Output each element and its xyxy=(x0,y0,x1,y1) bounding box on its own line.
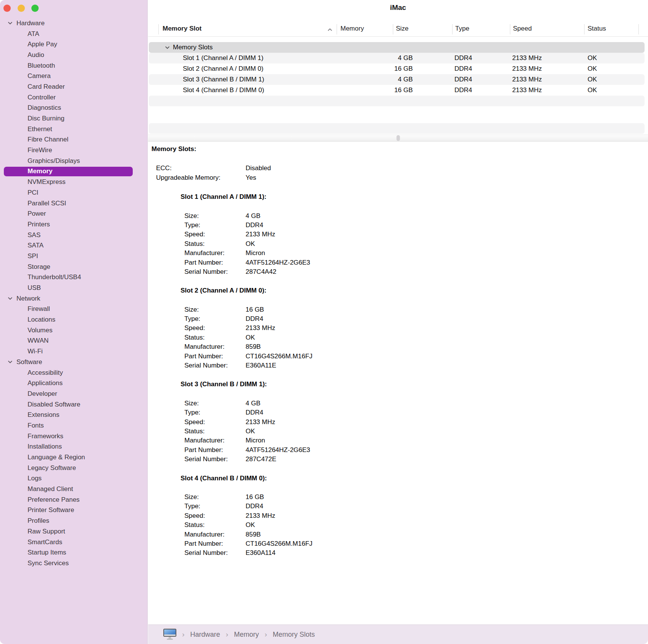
detail-row: Serial Number:E360A11E xyxy=(148,361,648,370)
table-row-empty xyxy=(149,123,645,134)
sidebar-item-usb[interactable]: USB xyxy=(0,283,147,293)
sidebar-item-printer-software[interactable]: Printer Software xyxy=(0,505,147,516)
table-row-slot-1[interactable]: Slot 1 (Channel A / DIMM 1) 4 GB DDR4 21… xyxy=(149,53,645,63)
sidebar-item-pci[interactable]: PCI xyxy=(0,187,147,198)
sidebar-item-storage[interactable]: Storage xyxy=(0,262,147,272)
zoom-button[interactable] xyxy=(31,5,39,12)
sidebar-item-sync-services[interactable]: Sync Services xyxy=(0,558,147,569)
sidebar-item-raw-support[interactable]: Raw Support xyxy=(0,526,147,537)
sidebar-item-thunderbolt-usb4[interactable]: Thunderbolt/USB4 xyxy=(0,272,147,283)
sidebar-item-spi[interactable]: SPI xyxy=(0,251,147,262)
sidebar-item-wwan[interactable]: WWAN xyxy=(0,336,147,346)
sidebar-item-frameworks[interactable]: Frameworks xyxy=(0,431,147,442)
detail-row: Manufacturer:Micron xyxy=(148,249,648,258)
sidebar-item-nvmexpress[interactable]: NVMExpress xyxy=(0,177,147,187)
detail-row: Speed:2133 MHz xyxy=(148,511,648,520)
table-header: Memory Slot Memory Size Type Speed Statu… xyxy=(148,22,648,37)
sidebar-item-applications[interactable]: Applications xyxy=(0,378,147,389)
sidebar-item-language-region[interactable]: Language & Region xyxy=(0,452,147,463)
column-header-status[interactable]: Status xyxy=(588,25,606,33)
slot-2-heading: Slot 2 (Channel A / DIMM 0): xyxy=(181,286,266,295)
sidebar-item-firewall[interactable]: Firewall xyxy=(0,304,147,315)
sidebar-item-printers[interactable]: Printers xyxy=(0,219,147,230)
sidebar-item-bluetooth[interactable]: Bluetooth xyxy=(0,60,147,71)
detail-row: Size:4 GB xyxy=(148,211,648,221)
sidebar-item-card-reader[interactable]: Card Reader xyxy=(0,81,147,92)
sidebar-item-audio[interactable]: Audio xyxy=(0,50,147,60)
sidebar-item-developer[interactable]: Developer xyxy=(0,389,147,399)
sidebar-item-graphics-displays[interactable]: Graphics/Displays xyxy=(0,156,147,166)
sidebar-item-ata[interactable]: ATA xyxy=(0,29,147,39)
column-header-type[interactable]: Type xyxy=(455,25,469,33)
column-header-memory-slot[interactable]: Memory Slot xyxy=(163,25,202,33)
close-button[interactable] xyxy=(3,5,11,12)
sidebar-item-logs[interactable]: Logs xyxy=(0,473,147,484)
detail-row: Type:DDR4 xyxy=(148,502,648,511)
splitter-handle[interactable] xyxy=(396,135,400,141)
chevron-down-icon[interactable] xyxy=(164,45,170,50)
detail-row: Type:DDR4 xyxy=(148,221,648,230)
sidebar-item-sata[interactable]: SATA xyxy=(0,240,147,251)
detail-row: Size:16 GB xyxy=(148,493,648,502)
detail-row: Type:DDR4 xyxy=(148,314,648,324)
page-title: iMac xyxy=(148,3,648,12)
sidebar-item-firewire[interactable]: FireWire xyxy=(0,145,147,156)
detail-row: Upgradeable Memory:Yes xyxy=(148,173,648,182)
content-pane: iMac Memory Slot Memory Size Type Speed … xyxy=(148,0,648,644)
sidebar-item-preference-panes[interactable]: Preference Panes xyxy=(0,494,147,505)
detail-heading: Memory Slots: xyxy=(151,145,196,154)
sidebar-item-extensions[interactable]: Extensions xyxy=(0,410,147,420)
sidebar-item-power[interactable]: Power xyxy=(0,208,147,219)
column-header-size[interactable]: Size xyxy=(396,25,409,33)
column-header-speed[interactable]: Speed xyxy=(513,25,532,33)
detail-row: Speed:2133 MHz xyxy=(148,418,648,427)
minimize-button[interactable] xyxy=(18,5,25,12)
sidebar-item-installations[interactable]: Installations xyxy=(0,442,147,452)
sidebar-item-camera[interactable]: Camera xyxy=(0,71,147,81)
sidebar-section-hardware[interactable]: Hardware xyxy=(0,18,147,29)
chevron-down-icon[interactable] xyxy=(7,359,13,365)
sidebar-item-legacy-software[interactable]: Legacy Software xyxy=(0,463,147,473)
sidebar-item-fibre-channel[interactable]: Fibre Channel xyxy=(0,135,147,145)
sidebar-item-wifi[interactable]: Wi-Fi xyxy=(0,346,147,357)
detail-row: Status:OK xyxy=(148,333,648,342)
sidebar-item-fonts[interactable]: Fonts xyxy=(0,420,147,431)
window-controls xyxy=(3,5,39,12)
sidebar-item-parallel-scsi[interactable]: Parallel SCSI xyxy=(0,198,147,209)
sidebar-item-ethernet[interactable]: Ethernet xyxy=(0,124,147,135)
sidebar-item-disc-burning[interactable]: Disc Burning xyxy=(0,113,147,124)
sidebar-tree: Hardware ATA Apple Pay Audio Bluetooth C… xyxy=(0,18,147,569)
sidebar-item-locations[interactable]: Locations xyxy=(0,314,147,325)
table-row-slot-2[interactable]: Slot 2 (Channel A / DIMM 0) 16 GB DDR4 2… xyxy=(149,63,645,74)
detail-row: Size:16 GB xyxy=(148,305,648,314)
sidebar-item-startup-items[interactable]: Startup Items xyxy=(0,547,147,558)
sidebar-item-managed-client[interactable]: Managed Client xyxy=(0,484,147,494)
chevron-up-icon xyxy=(327,27,333,33)
detail-row: Status:OK xyxy=(148,520,648,530)
sidebar-item-smartcards[interactable]: SmartCards xyxy=(0,537,147,548)
sidebar-item-apple-pay[interactable]: Apple Pay xyxy=(0,39,147,50)
slot-4-heading: Slot 4 (Channel B / DIMM 0): xyxy=(181,474,267,483)
sidebar-item-diagnostics[interactable]: Diagnostics xyxy=(0,103,147,114)
breadcrumb-chevron: › xyxy=(226,630,228,639)
column-header-memory[interactable]: Memory xyxy=(340,25,364,33)
breadcrumb-item-hardware: Hardware xyxy=(190,631,220,639)
sidebar-item-controller[interactable]: Controller xyxy=(0,92,147,103)
table-row-slot-4[interactable]: Slot 4 (Channel B / DIMM 0) 16 GB DDR4 2… xyxy=(149,85,645,96)
sidebar-item-memory[interactable]: Memory xyxy=(0,166,147,177)
sidebar-item-sas[interactable]: SAS xyxy=(0,230,147,241)
table-group-row-memory-slots[interactable]: Memory Slots xyxy=(149,42,645,53)
sidebar-item-profiles[interactable]: Profiles xyxy=(0,516,147,526)
sidebar-section-software[interactable]: Software xyxy=(0,357,147,368)
chevron-down-icon[interactable] xyxy=(7,20,13,26)
sidebar-item-disabled-software[interactable]: Disabled Software xyxy=(0,399,147,410)
detail-row: Part Number:CT16G4S266M.M16FJ xyxy=(148,539,648,548)
sidebar-item-volumes[interactable]: Volumes xyxy=(0,325,147,336)
breadcrumb-item-memory-slots: Memory Slots xyxy=(273,631,315,639)
chevron-down-icon[interactable] xyxy=(7,296,13,301)
sidebar-item-accessibility[interactable]: Accessibility xyxy=(0,368,147,378)
table-row-empty xyxy=(149,96,645,106)
pane-splitter[interactable] xyxy=(148,135,648,141)
table-row-slot-3[interactable]: Slot 3 (Channel B / DIMM 1) 4 GB DDR4 21… xyxy=(149,74,645,85)
sidebar-section-network[interactable]: Network xyxy=(0,293,147,304)
